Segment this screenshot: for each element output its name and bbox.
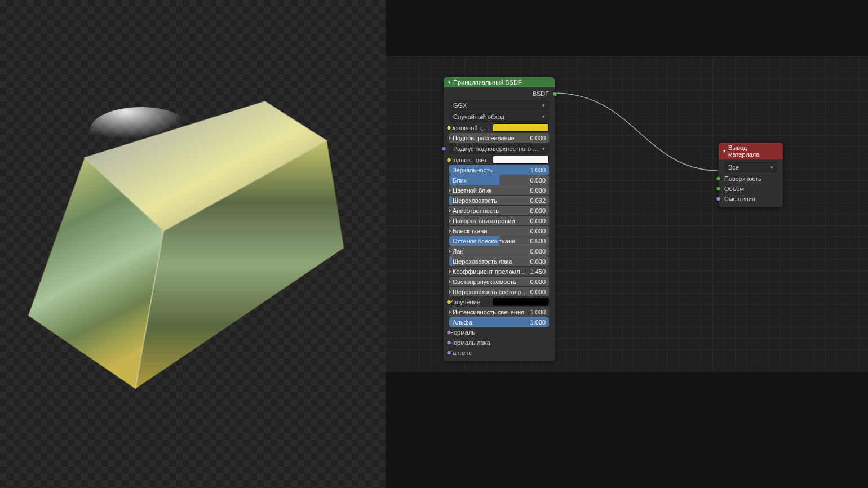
socket-input[interactable] (449, 249, 451, 254)
socket-surface[interactable] (716, 176, 721, 181)
subsurface-method-select[interactable]: Случайный обход ▾ (449, 112, 549, 122)
node-material-output[interactable]: ▾ Вывод материала Все ▾ Поверхность Объё… (719, 143, 783, 207)
socket-input[interactable] (446, 157, 451, 162)
collapse-icon[interactable]: ▾ (448, 79, 451, 85)
clearcoat-normal-input[interactable]: Нормаль лака (449, 338, 549, 347)
output-target-select[interactable]: Все ▾ (724, 162, 777, 172)
socket-input[interactable] (446, 330, 451, 335)
alpha-slider[interactable]: Альфа 1.000 (449, 317, 549, 327)
socket-input[interactable] (449, 208, 451, 213)
anisotropic-rotation-slider[interactable]: Поворот анизотропии 0.000 (449, 216, 549, 225)
node-editor-header-region (386, 0, 868, 56)
displacement-input[interactable]: Смещения (719, 194, 783, 204)
distribution-select[interactable]: GGX ▾ (449, 100, 549, 110)
clearcoat-roughness-slider[interactable]: Шероховатость лака 0.030 (449, 256, 549, 266)
subsurface-radius-select[interactable]: Радиус подповерхностного рассе.. ▾ (449, 144, 549, 154)
subsurface-color-swatch[interactable] (493, 156, 549, 164)
emission-color-row[interactable]: Излучение (449, 297, 549, 307)
socket-input[interactable] (441, 147, 446, 152)
ior-field[interactable]: Коэффициент преломлени 1.450 (449, 267, 549, 276)
node-header[interactable]: ▾ Вывод материала (719, 143, 783, 159)
socket-output-bsdf[interactable] (552, 92, 557, 97)
chevron-down-icon: ▾ (542, 114, 545, 119)
output-bsdf: BSDF (444, 89, 555, 99)
normal-input[interactable]: Нормаль (449, 327, 549, 337)
surface-input[interactable]: Поверхность (719, 174, 783, 184)
node-principled-bsdf[interactable]: ▾ Принципиальный BSDF BSDF GGX ▾ Случайн… (444, 77, 555, 361)
socket-input[interactable] (449, 269, 451, 274)
collapse-icon[interactable]: ▾ (723, 148, 726, 154)
anisotropic-slider[interactable]: Анизотропность 0.000 (449, 206, 549, 215)
emission-strength-field[interactable]: Интенсивность свечения 1.000 (449, 307, 549, 317)
metallic-slider[interactable]: Зеркальность 1.000 (449, 165, 549, 175)
subsurface-scatter-slider[interactable]: Подпов. рассеивание 0.000 (449, 133, 549, 143)
socket-input[interactable] (449, 218, 451, 223)
socket-input[interactable] (449, 228, 451, 233)
socket-input[interactable] (446, 340, 451, 345)
node-title: Вывод материала (728, 144, 778, 158)
tangent-input[interactable]: Тангенс (449, 348, 549, 357)
transmission-slider[interactable]: Светопропускаемость 0.000 (449, 277, 549, 286)
socket-input[interactable] (449, 279, 451, 284)
chevron-down-icon: ▾ (542, 103, 545, 108)
node-editor[interactable]: ▾ Принципиальный BSDF BSDF GGX ▾ Случайн… (386, 0, 868, 488)
socket-input[interactable] (449, 188, 451, 193)
socket-input[interactable] (449, 309, 451, 314)
socket-volume[interactable] (716, 187, 721, 192)
base-color-swatch[interactable] (493, 123, 549, 132)
specular-tint-slider[interactable]: Цветной блик 0.000 (449, 185, 549, 195)
chevron-down-icon: ▾ (542, 146, 545, 152)
gold-bar-render (28, 90, 349, 406)
node-title: Принципиальный BSDF (453, 79, 522, 86)
clearcoat-slider[interactable]: Лак 0.000 (449, 246, 549, 256)
node-header[interactable]: ▾ Принципиальный BSDF (444, 77, 555, 87)
socket-input[interactable] (446, 299, 451, 304)
roughness-slider[interactable]: Шероховатость 0.032 (449, 196, 549, 205)
socket-base-color[interactable] (446, 125, 451, 130)
specular-slider[interactable]: Блик 0.500 (449, 175, 549, 185)
socket-input[interactable] (449, 289, 451, 294)
viewport-3d[interactable] (0, 0, 386, 488)
socket-input[interactable] (446, 350, 451, 355)
node-editor-footer-region (386, 372, 868, 488)
chevron-down-icon: ▾ (770, 165, 773, 170)
socket-displacement[interactable] (716, 197, 721, 202)
subsurface-color-row[interactable]: Подпов. цвет (449, 155, 549, 165)
socket-input[interactable] (449, 135, 451, 140)
volume-input[interactable]: Объём (719, 184, 783, 194)
emission-color-swatch[interactable] (493, 298, 549, 306)
transmission-roughness-slider[interactable]: Шероховатость светопропус 0.000 (449, 287, 549, 296)
sheen-tint-slider[interactable]: Оттенок блеска ткани 0.500 (449, 236, 549, 246)
base-color-row[interactable]: Основной цве (449, 123, 549, 132)
sheen-slider[interactable]: Блеск ткани 0.000 (449, 226, 549, 236)
